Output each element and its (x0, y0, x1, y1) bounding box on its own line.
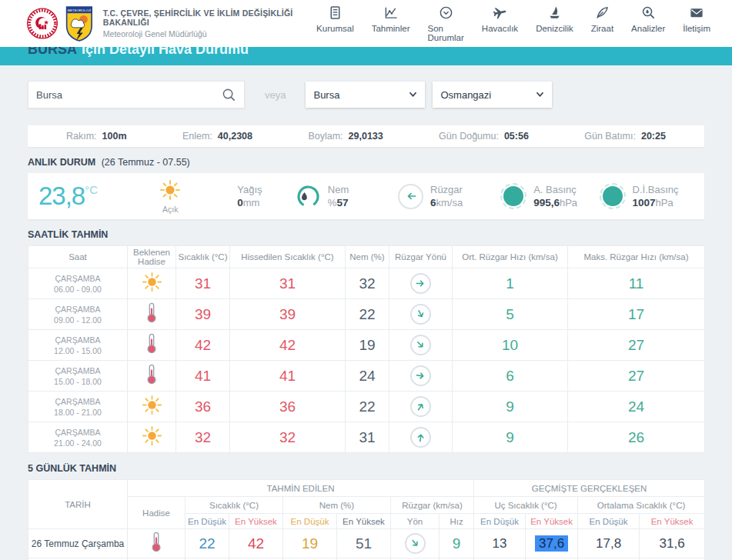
current-pressure: A. Basınç 995,6hPa (500, 184, 599, 208)
wind-direction-icon (410, 273, 431, 294)
daily-section-heading: 5 GÜNLÜK TAHMİN (28, 463, 704, 474)
ministry-emblem-icon (26, 5, 58, 42)
humidity-icon (296, 184, 321, 209)
sailboat-icon (547, 5, 562, 20)
hourly-row: ÇARŞAMBA21.00 - 24.00 32 32 31 9 26 (28, 422, 705, 453)
daily-group-header-row: TARİH TAHMİN EDİLEN GEÇMİŞTE GERÇEKLEŞEN (28, 480, 705, 497)
hourly-forecast-table: Saat Beklenen Hadise Sıcaklık (°C) Hisse… (28, 245, 705, 453)
hourly-row: ÇARŞAMBA15.00 - 18.00 41 41 24 6 27 (28, 361, 705, 392)
page-title-city: BURSA (28, 47, 77, 57)
chevron-down-icon (409, 92, 417, 98)
nav-item-ziraat[interactable]: Ziraat (591, 5, 613, 42)
current-humidity: Nem %57 (296, 184, 398, 209)
nav-label: Ziraat (591, 24, 613, 33)
current-precipitation: Yağış 0mm (204, 184, 296, 208)
nav-item-analizler[interactable]: Analizler (631, 5, 665, 42)
location-info-bar: Rakım: 100m Enlem: 40,2308 Boylam: 29,01… (28, 125, 704, 147)
daily-forecast-table: TARİH TAHMİN EDİLEN GEÇMİŞTE GERÇEKLEŞEN… (28, 479, 705, 560)
wind-direction-icon (405, 533, 426, 554)
envelope-icon (689, 5, 704, 20)
daily-col-event: Hadise (128, 497, 186, 529)
page-title-band: BURSAİçin Detaylı Hava Durumu (0, 47, 732, 65)
meteorology-logo-icon: METEOROLOJİ (65, 4, 93, 44)
nav-label: Son Durumlar (428, 24, 464, 42)
daily-group-past: GEÇMİŞTE GERÇEKLEŞEN (474, 480, 705, 497)
current-condition-label: Açık (136, 205, 204, 214)
thermometer-icon (146, 364, 157, 385)
location-search-row: veya Bursa Osmangazi (28, 81, 704, 108)
nav-item-iletisim[interactable]: İletişim (683, 5, 710, 42)
ministry-name: T.C. ÇEVRE, ŞEHİRCİLİK VE İKLİM DEĞİŞİKL… (103, 8, 316, 27)
page-title: BURSAİçin Detaylı Hava Durumu (28, 47, 249, 58)
svg-text:METEOROLOJİ: METEOROLOJİ (68, 8, 91, 12)
info-longitude: Boylam: 29,0133 (308, 131, 383, 142)
district-select-value: Osmangazi (440, 89, 491, 101)
current-wind: Rüzgar 6km/sa (398, 184, 500, 209)
chevron-down-icon (536, 92, 544, 98)
pressure-icon (503, 186, 523, 206)
province-select-value: Bursa (313, 89, 339, 101)
or-label: veya (265, 89, 286, 101)
nav-label: Analizler (631, 24, 665, 33)
current-sea-pressure: D.İ.Basınç 1007hPa (600, 184, 698, 208)
hourly-section-heading: SAATLİK TAHMİN (28, 229, 704, 240)
nav-label: Kurumsal (316, 24, 354, 33)
chart-icon (383, 5, 399, 20)
brand: METEOROLOJİ T.C. ÇEVRE, ŞEHİRCİLİK VE İK… (26, 4, 316, 44)
info-altitude: Rakım: 100m (66, 131, 127, 142)
nav-item-havacilik[interactable]: Havacılık (482, 5, 518, 42)
district-select[interactable]: Osmangazi (433, 82, 552, 108)
current-section-heading: ANLIK DURUM (26 Temmuz - 07.55) (28, 157, 704, 168)
sun-icon (159, 179, 181, 201)
daily-subgroup-header-row: Hadise Sıcaklık (°C) Nem (%) Rüzgar (km/… (28, 497, 705, 514)
ledger-icon (328, 5, 343, 20)
info-sunset: Gün Batımı: 20:25 (584, 131, 666, 142)
info-sunrise: Gün Doğumu: 05:56 (439, 131, 529, 142)
wind-direction-icon (410, 335, 431, 355)
wind-direction-icon (410, 365, 431, 386)
thermometer-icon (146, 333, 157, 354)
sun-icon (142, 272, 162, 292)
thermometer-icon (146, 302, 157, 323)
sea-pressure-icon (603, 186, 623, 206)
wind-direction-icon (410, 304, 431, 325)
current-condition: Açık (136, 179, 204, 214)
hourly-row: ÇARŞAMBA12.00 - 15.00 42 42 19 10 27 (28, 330, 705, 361)
top-header: METEOROLOJİ T.C. ÇEVRE, ŞEHİRCİLİK VE İK… (0, 0, 732, 47)
search-input[interactable] (36, 89, 222, 101)
nav-item-son-durumlar[interactable]: Son Durumlar (428, 5, 464, 42)
daily-row: 26 Temmuz Çarşamba 22 42 19 51 9 13 37,6… (28, 529, 705, 558)
daily-group-predicted: TAHMİN EDİLEN (128, 480, 474, 497)
wind-direction-icon (410, 396, 431, 417)
nav-label: İletişim (683, 24, 710, 33)
sun-icon (142, 425, 162, 446)
current-conditions-card: 23,8°C Açık Yağış 0mm (28, 173, 704, 219)
hourly-header-row: Saat Beklenen Hadise Sıcaklık (°C) Hisse… (28, 246, 705, 268)
current-temperature: 23,8°C (34, 182, 136, 211)
quill-icon (595, 5, 610, 20)
province-select[interactable]: Bursa (306, 82, 425, 108)
nav-label: Havacılık (482, 24, 518, 33)
hourly-row: ÇARŞAMBA18.00 - 21.00 36 36 22 9 24 (28, 392, 705, 422)
wind-direction-icon (410, 427, 431, 448)
main-nav: Kurumsal Tahminler Son Durumlar Havacılı… (316, 5, 710, 42)
plane-icon (491, 4, 510, 22)
search-box (28, 81, 245, 108)
wind-direction-icon (398, 184, 423, 209)
hourly-row: ÇARŞAMBA09.00 - 12.00 39 39 22 5 17 (28, 299, 705, 330)
info-latitude: Enlem: 40,2308 (182, 131, 252, 142)
clock-icon (439, 5, 453, 20)
daily-col-date: TARİH (28, 480, 128, 529)
selected-value: 37,6 (535, 535, 568, 552)
sun-icon (142, 395, 162, 415)
page-title-rest: İçin Detaylı Hava Durumu (82, 47, 249, 57)
search-icon[interactable] (222, 88, 236, 102)
nav-label: Denizcilik (536, 24, 573, 33)
hourly-row: ÇARŞAMBA06.00 - 09.00 31 31 32 1 11 (28, 268, 705, 299)
nav-item-denizcilik[interactable]: Denizcilik (536, 5, 573, 42)
thermometer-icon (151, 532, 162, 552)
nav-label: Tahminler (372, 24, 410, 33)
directorate-name: Meteoroloji Genel Müdürlüğü (103, 29, 316, 38)
nav-item-tahminler[interactable]: Tahminler (372, 5, 410, 42)
nav-item-kurumsal[interactable]: Kurumsal (316, 5, 354, 42)
